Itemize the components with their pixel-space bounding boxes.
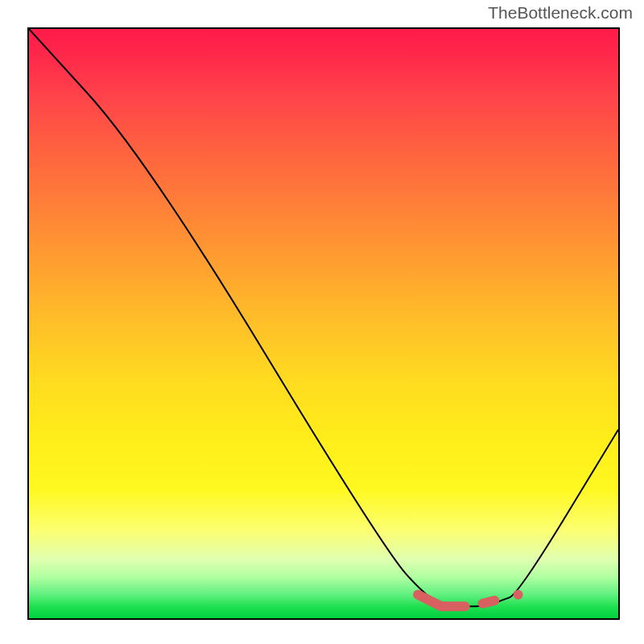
chart-svg	[29, 29, 618, 618]
bottleneck-curve-line	[29, 29, 618, 606]
svg-point-0	[514, 590, 523, 600]
plot-area	[27, 27, 620, 620]
chart-container: TheBottleneck.com	[0, 0, 644, 644]
watermark-text: TheBottleneck.com	[488, 3, 633, 23]
